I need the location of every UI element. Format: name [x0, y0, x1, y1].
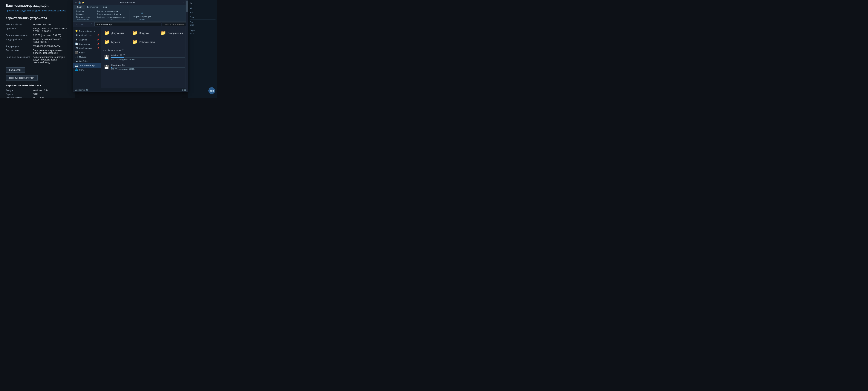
tab-view[interactable]: Вид: [100, 5, 110, 9]
product-code-value: 00331-10000-00001-AA684: [33, 44, 69, 48]
folder-images-icon: 📁: [160, 30, 166, 35]
rename-button[interactable]: Переименовать: [75, 16, 91, 19]
network-buttons: Доступ к мультимедиа ▾ Подключить сетево…: [96, 10, 127, 19]
drive-e[interactable]: 💾 Новый том (E:) 683 ГБ свободно из 683 …: [103, 63, 186, 71]
video-icon: 🎬: [75, 51, 78, 54]
install-date-value: 14.01.2024: [33, 96, 69, 98]
folder-downloads[interactable]: 📁 Загрузки: [131, 29, 158, 37]
network-place-button[interactable]: Добавить сетевое расположение: [96, 16, 127, 19]
media-button[interactable]: Доступ к мультимедиа ▾: [96, 10, 127, 13]
location-group-label: Расположение: [77, 19, 89, 21]
drive-c-bar-bg: [111, 57, 185, 58]
copy-button[interactable]: Копировать: [6, 67, 25, 73]
nav-this-pc-label: Этот компьютер: [79, 64, 94, 67]
network-drive-btn-label: Подключить сетевой диск: [97, 13, 120, 16]
open-params-button[interactable]: ⚙ Открыть параметры: [132, 10, 152, 18]
drive-e-free: 683 ГБ свободно из 683 ГБ: [111, 68, 185, 70]
edition-label: Выпуск: [6, 89, 33, 92]
folder-desktop[interactable]: 📁 Рабочий стол: [131, 38, 158, 46]
back-button[interactable]: ←: [75, 22, 79, 26]
nav-onedrive[interactable]: ☁ OneDrive: [73, 59, 101, 63]
nav-onedrive-label: OneDrive: [79, 60, 88, 62]
right-edge-item-1: Ди: [190, 6, 216, 10]
device-name-value: WIN-8HI78J712J2: [33, 23, 69, 27]
open-button[interactable]: Открыть: [75, 13, 91, 16]
documents-icon: 📄: [75, 43, 78, 45]
save-icon: 💾: [78, 1, 81, 4]
explorer-scrollbar[interactable]: [186, 27, 188, 88]
dropdown-arrow-icon: ▾: [86, 1, 89, 4]
drives-list: 💾 Windows 10 (C:) 205 ГБ свободно из 247…: [103, 53, 186, 71]
nav-downloads[interactable]: ⬇ Загрузки 📌: [73, 37, 101, 42]
media-btn-label: Доступ к мультимедиа: [97, 10, 117, 12]
device-specs-table: Имя устройства WIN-8HI78J712J2 Процессор…: [6, 23, 69, 64]
nav-quick-access-label: Быстрый доступ: [79, 30, 95, 32]
folder-downloads-icon: 📁: [132, 30, 138, 35]
nav-network-label: Сеть: [79, 69, 84, 71]
device-section-title: Характеристики устройства: [6, 17, 69, 20]
gear-icon: ⚙: [140, 11, 144, 15]
minimize-button[interactable]: —: [164, 0, 172, 5]
folder-documents[interactable]: 📁 Документы: [103, 29, 130, 37]
system-type-label: Тип системы: [6, 48, 33, 55]
folder-music[interactable]: 📁 Музыка: [103, 38, 130, 46]
titlebar-controls: — □ ✕: [164, 0, 187, 5]
maximize-button[interactable]: □: [172, 0, 179, 5]
device-code-label: Код устройства: [6, 37, 33, 44]
onedrive-icon: ☁: [75, 60, 78, 62]
user-avatar[interactable]: Jon: [208, 87, 215, 94]
forward-button[interactable]: →: [80, 22, 84, 26]
nav-desktop[interactable]: 🖥 Рабочий стол 📌: [73, 33, 101, 37]
network-drive-button[interactable]: Подключить сетевой диск ▾: [96, 13, 127, 16]
nav-this-pc[interactable]: 💻 Этот компьютер: [73, 63, 101, 67]
right-edge-panel: Со Ди Уда Защ Допсист Переопол Jon: [188, 0, 217, 98]
folders-grid: 📁 Документы 📁 Загрузки 📁 Изображения 📁 М…: [103, 29, 186, 46]
drive-c-name: Windows 10 (C:): [111, 54, 185, 56]
nav-images[interactable]: 🖼 Изображения 📌: [73, 46, 101, 50]
rename-pc-button[interactable]: Переименовать этот ПК: [6, 75, 38, 81]
ram-label: Оперативная память: [6, 33, 33, 37]
drive-c[interactable]: 💾 Windows 10 (C:) 205 ГБ свободно из 247…: [103, 53, 186, 62]
edition-value: Windows 10 Pro: [33, 89, 69, 92]
folder-documents-label: Документы: [111, 32, 124, 34]
explorer-body: ⭐ Быстрый доступ 🖥 Рабочий стол 📌 ⬇ Загр…: [73, 27, 188, 88]
explorer-icon: 🖥: [74, 1, 77, 4]
nav-documents-label: Документы: [79, 43, 90, 45]
folder-documents-icon: 📁: [104, 30, 110, 35]
properties-button[interactable]: Свойства: [75, 10, 91, 13]
right-edge-item-3: Защ: [190, 15, 216, 20]
this-pc-icon: 💻: [75, 64, 78, 67]
nav-video[interactable]: 🎬 Видео: [73, 50, 101, 55]
nav-network[interactable]: 🌐 Сеть: [73, 67, 101, 72]
music-icon: 🎵: [75, 55, 78, 58]
ribbon-tabs: Файл Компьютер Вид: [73, 5, 188, 9]
windows-section-title: Характеристики Windows: [6, 84, 69, 87]
address-input[interactable]: [94, 22, 161, 26]
titlebar-icons: 🖥 💾 📁 ▾: [74, 1, 89, 4]
security-link[interactable]: Просмотреть сведения в разделе "Безопасн…: [6, 9, 67, 12]
items-count: Элементов: 8 |: [75, 89, 88, 91]
ribbon-location-group: Свойства Открыть Переименовать Расположе…: [75, 10, 93, 21]
system-type-value: 64-разрядная операционная система, проце…: [33, 48, 69, 55]
tab-computer[interactable]: Компьютер: [85, 5, 100, 9]
security-title: Ваш компьютер защищён.: [6, 4, 69, 8]
nav-quick-access[interactable]: ⭐ Быстрый доступ: [73, 29, 101, 33]
user-name: Jon: [210, 89, 214, 92]
search-input[interactable]: [162, 22, 186, 26]
drive-e-bar-fill: [111, 67, 112, 68]
folder-music-icon: 📁: [104, 39, 110, 45]
downloads-icon: ⬇: [75, 38, 78, 41]
up-button[interactable]: ↑: [85, 22, 89, 26]
device-code-value: E88331CA-A39A-4026-9B77-C607EDB8F3F0: [33, 37, 69, 44]
ribbon-network-group: Доступ к мультимедиа ▾ Подключить сетево…: [96, 10, 129, 21]
explorer-window: 🖥 💾 📁 ▾ Этот компьютер — □ ✕ Файл Компью…: [73, 0, 188, 92]
nav-music[interactable]: 🎵 Музыка: [73, 55, 101, 59]
images-pin-icon: 📌: [97, 47, 99, 49]
list-view-icon[interactable]: ☷: [182, 89, 184, 91]
explorer-nav: ⭐ Быстрый доступ 🖥 Рабочий стол 📌 ⬇ Загр…: [73, 27, 101, 88]
folder-images[interactable]: 📁 Изображения: [159, 29, 186, 37]
tab-file[interactable]: Файл: [74, 5, 85, 9]
nav-documents[interactable]: 📄 Документы 📌: [73, 42, 101, 46]
location-buttons: Свойства Открыть Переименовать: [75, 10, 91, 19]
ribbon: Файл Компьютер Вид Свойства Открыть Пере…: [73, 5, 188, 22]
